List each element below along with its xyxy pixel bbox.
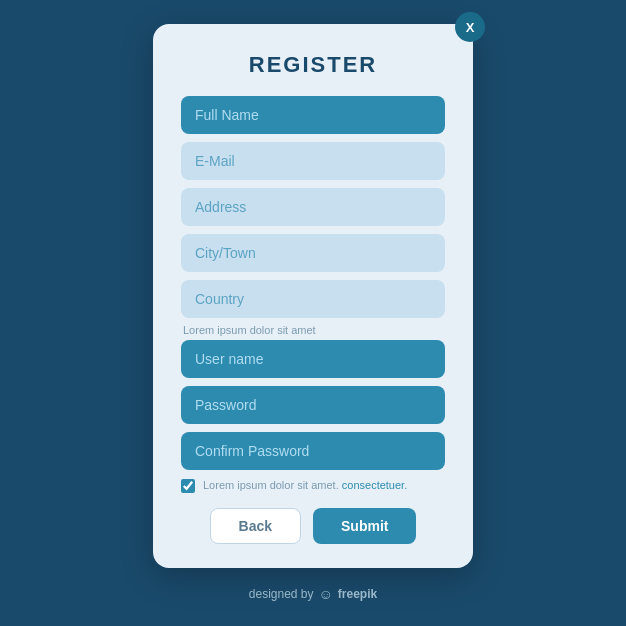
full-name-input[interactable] xyxy=(181,96,445,134)
email-input[interactable] xyxy=(181,142,445,180)
freepik-icon: ☺ xyxy=(319,586,333,602)
confirm-password-input[interactable] xyxy=(181,432,445,470)
country-input[interactable] xyxy=(181,280,445,318)
helper-text-1: Lorem ipsum dolor sit amet xyxy=(181,324,445,336)
close-button[interactable]: X xyxy=(455,12,485,42)
terms-label: Lorem ipsum dolor sit amet. consectetuer… xyxy=(203,478,407,493)
form-fields xyxy=(181,96,445,318)
back-button[interactable]: Back xyxy=(210,508,301,544)
register-modal: X REGISTER Lorem ipsum dolor sit amet Lo… xyxy=(153,24,473,567)
city-input[interactable] xyxy=(181,234,445,272)
address-input[interactable] xyxy=(181,188,445,226)
terms-checkbox[interactable] xyxy=(181,479,195,493)
credential-fields xyxy=(181,340,445,470)
footer-text: designed by xyxy=(249,587,314,601)
terms-link[interactable]: consectetuer. xyxy=(342,479,407,491)
password-input[interactable] xyxy=(181,386,445,424)
footer-brand: freepik xyxy=(338,587,377,601)
close-label: X xyxy=(466,20,475,35)
modal-title: REGISTER xyxy=(181,52,445,78)
button-row: Back Submit xyxy=(181,508,445,544)
username-input[interactable] xyxy=(181,340,445,378)
terms-checkbox-row: Lorem ipsum dolor sit amet. consectetuer… xyxy=(181,478,445,493)
submit-button[interactable]: Submit xyxy=(313,508,416,544)
footer: designed by ☺ freepik xyxy=(249,586,377,602)
